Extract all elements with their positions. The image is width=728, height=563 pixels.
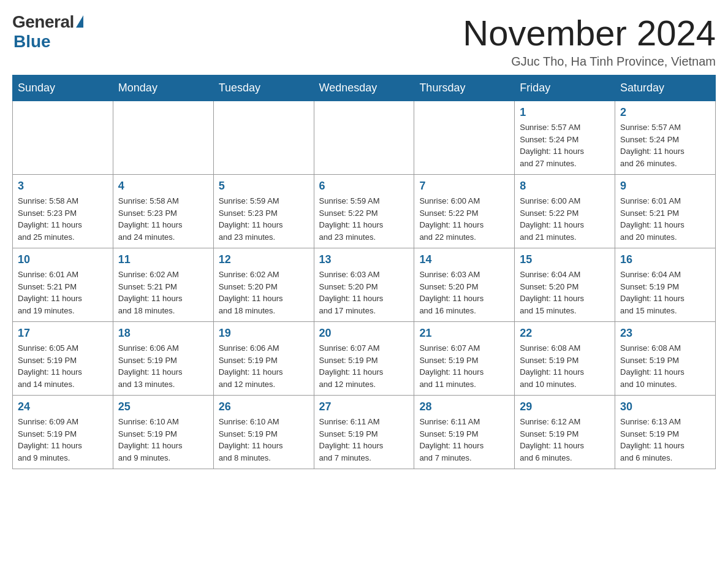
calendar-week-row: 3Sunrise: 5:58 AMSunset: 5:23 PMDaylight…: [13, 175, 716, 248]
logo-triangle-icon: [76, 15, 83, 28]
calendar-week-row: 1Sunrise: 5:57 AMSunset: 5:24 PMDaylight…: [13, 101, 716, 175]
calendar-cell: 18Sunrise: 6:06 AMSunset: 5:19 PMDayligh…: [113, 322, 213, 396]
calendar-cell: 23Sunrise: 6:08 AMSunset: 5:19 PMDayligh…: [615, 322, 716, 396]
day-info: Sunrise: 6:12 AMSunset: 5:19 PMDaylight:…: [520, 416, 610, 464]
calendar-cell: 8Sunrise: 6:00 AMSunset: 5:22 PMDaylight…: [515, 175, 615, 248]
weekday-header-row: SundayMondayTuesdayWednesdayThursdayFrid…: [13, 75, 716, 101]
day-number: 1: [520, 106, 610, 119]
day-info: Sunrise: 6:06 AMSunset: 5:19 PMDaylight:…: [219, 342, 309, 390]
day-number: 29: [520, 400, 610, 413]
day-number: 23: [620, 327, 710, 340]
day-number: 7: [419, 180, 509, 193]
day-info: Sunrise: 5:59 AMSunset: 5:23 PMDaylight:…: [219, 195, 309, 243]
day-info: Sunrise: 6:06 AMSunset: 5:19 PMDaylight:…: [118, 342, 208, 390]
day-number: 19: [219, 327, 309, 340]
day-info: Sunrise: 6:07 AMSunset: 5:19 PMDaylight:…: [419, 342, 509, 390]
day-number: 8: [520, 180, 610, 193]
logo: General Blue: [12, 12, 83, 52]
logo-blue-text: Blue: [13, 32, 51, 52]
day-info: Sunrise: 6:10 AMSunset: 5:19 PMDaylight:…: [219, 416, 309, 464]
day-number: 4: [118, 180, 208, 193]
calendar-cell: 3Sunrise: 5:58 AMSunset: 5:23 PMDaylight…: [13, 175, 113, 248]
calendar: SundayMondayTuesdayWednesdayThursdayFrid…: [12, 75, 716, 469]
calendar-cell: [314, 101, 414, 175]
calendar-cell: [13, 101, 113, 175]
day-info: Sunrise: 6:08 AMSunset: 5:19 PMDaylight:…: [620, 342, 710, 390]
weekday-header-friday: Friday: [515, 75, 615, 101]
day-info: Sunrise: 6:03 AMSunset: 5:20 PMDaylight:…: [319, 269, 409, 316]
day-number: 2: [620, 106, 710, 119]
calendar-cell: 16Sunrise: 6:04 AMSunset: 5:19 PMDayligh…: [615, 248, 716, 322]
calendar-cell: 28Sunrise: 6:11 AMSunset: 5:19 PMDayligh…: [414, 396, 515, 469]
day-info: Sunrise: 5:57 AMSunset: 5:24 PMDaylight:…: [620, 121, 710, 169]
day-info: Sunrise: 6:01 AMSunset: 5:21 PMDaylight:…: [620, 195, 710, 243]
calendar-week-row: 10Sunrise: 6:01 AMSunset: 5:21 PMDayligh…: [13, 248, 716, 322]
day-number: 14: [419, 253, 509, 266]
day-number: 16: [620, 253, 710, 266]
calendar-cell: 13Sunrise: 6:03 AMSunset: 5:20 PMDayligh…: [314, 248, 414, 322]
calendar-cell: 9Sunrise: 6:01 AMSunset: 5:21 PMDaylight…: [615, 175, 716, 248]
day-info: Sunrise: 6:04 AMSunset: 5:20 PMDaylight:…: [520, 269, 610, 316]
day-info: Sunrise: 6:04 AMSunset: 5:19 PMDaylight:…: [620, 269, 710, 316]
day-number: 9: [620, 180, 710, 193]
day-number: 22: [520, 327, 610, 340]
calendar-cell: 30Sunrise: 6:13 AMSunset: 5:19 PMDayligh…: [615, 396, 716, 469]
calendar-cell: 26Sunrise: 6:10 AMSunset: 5:19 PMDayligh…: [213, 396, 314, 469]
day-number: 18: [118, 327, 208, 340]
calendar-cell: 21Sunrise: 6:07 AMSunset: 5:19 PMDayligh…: [414, 322, 515, 396]
day-number: 15: [520, 253, 610, 266]
day-info: Sunrise: 6:03 AMSunset: 5:20 PMDaylight:…: [419, 269, 509, 316]
calendar-cell: 14Sunrise: 6:03 AMSunset: 5:20 PMDayligh…: [414, 248, 515, 322]
day-number: 11: [118, 253, 208, 266]
weekday-header-monday: Monday: [113, 75, 213, 101]
page-header: General Blue November 2024 GJuc Tho, Ha …: [12, 12, 716, 69]
calendar-cell: [213, 101, 314, 175]
calendar-cell: 6Sunrise: 5:59 AMSunset: 5:22 PMDaylight…: [314, 175, 414, 248]
day-info: Sunrise: 6:09 AMSunset: 5:19 PMDaylight:…: [18, 416, 108, 464]
calendar-cell: 29Sunrise: 6:12 AMSunset: 5:19 PMDayligh…: [515, 396, 615, 469]
calendar-cell: 22Sunrise: 6:08 AMSunset: 5:19 PMDayligh…: [515, 322, 615, 396]
title-section: November 2024 GJuc Tho, Ha Tinh Province…: [463, 12, 716, 69]
calendar-cell: 15Sunrise: 6:04 AMSunset: 5:20 PMDayligh…: [515, 248, 615, 322]
day-number: 17: [18, 327, 108, 340]
calendar-cell: 12Sunrise: 6:02 AMSunset: 5:20 PMDayligh…: [213, 248, 314, 322]
day-number: 28: [419, 400, 509, 413]
calendar-cell: 24Sunrise: 6:09 AMSunset: 5:19 PMDayligh…: [13, 396, 113, 469]
day-info: Sunrise: 6:11 AMSunset: 5:19 PMDaylight:…: [319, 416, 409, 464]
calendar-cell: 27Sunrise: 6:11 AMSunset: 5:19 PMDayligh…: [314, 396, 414, 469]
day-number: 10: [18, 253, 108, 266]
day-info: Sunrise: 6:13 AMSunset: 5:19 PMDaylight:…: [620, 416, 710, 464]
calendar-cell: [414, 101, 515, 175]
weekday-header-wednesday: Wednesday: [314, 75, 414, 101]
day-number: 24: [18, 400, 108, 413]
day-number: 13: [319, 253, 409, 266]
day-info: Sunrise: 6:00 AMSunset: 5:22 PMDaylight:…: [419, 195, 509, 243]
weekday-header-saturday: Saturday: [615, 75, 716, 101]
calendar-header: SundayMondayTuesdayWednesdayThursdayFrid…: [13, 75, 716, 101]
month-title: November 2024: [463, 12, 716, 53]
day-number: 30: [620, 400, 710, 413]
day-info: Sunrise: 5:57 AMSunset: 5:24 PMDaylight:…: [520, 121, 610, 169]
day-number: 12: [219, 253, 309, 266]
calendar-cell: 4Sunrise: 5:58 AMSunset: 5:23 PMDaylight…: [113, 175, 213, 248]
logo-general-text: General: [12, 12, 74, 32]
day-info: Sunrise: 6:07 AMSunset: 5:19 PMDaylight:…: [319, 342, 409, 390]
calendar-week-row: 17Sunrise: 6:05 AMSunset: 5:19 PMDayligh…: [13, 322, 716, 396]
calendar-body: 1Sunrise: 5:57 AMSunset: 5:24 PMDaylight…: [13, 101, 716, 469]
calendar-week-row: 24Sunrise: 6:09 AMSunset: 5:19 PMDayligh…: [13, 396, 716, 469]
calendar-cell: 2Sunrise: 5:57 AMSunset: 5:24 PMDaylight…: [615, 101, 716, 175]
weekday-header-thursday: Thursday: [414, 75, 515, 101]
day-info: Sunrise: 6:01 AMSunset: 5:21 PMDaylight:…: [18, 269, 108, 316]
day-number: 25: [118, 400, 208, 413]
calendar-cell: 7Sunrise: 6:00 AMSunset: 5:22 PMDaylight…: [414, 175, 515, 248]
day-info: Sunrise: 6:10 AMSunset: 5:19 PMDaylight:…: [118, 416, 208, 464]
day-info: Sunrise: 6:02 AMSunset: 5:21 PMDaylight:…: [118, 269, 208, 316]
calendar-cell: 11Sunrise: 6:02 AMSunset: 5:21 PMDayligh…: [113, 248, 213, 322]
day-number: 5: [219, 180, 309, 193]
calendar-cell: 17Sunrise: 6:05 AMSunset: 5:19 PMDayligh…: [13, 322, 113, 396]
day-number: 20: [319, 327, 409, 340]
calendar-cell: 10Sunrise: 6:01 AMSunset: 5:21 PMDayligh…: [13, 248, 113, 322]
weekday-header-sunday: Sunday: [13, 75, 113, 101]
calendar-cell: 19Sunrise: 6:06 AMSunset: 5:19 PMDayligh…: [213, 322, 314, 396]
day-number: 26: [219, 400, 309, 413]
